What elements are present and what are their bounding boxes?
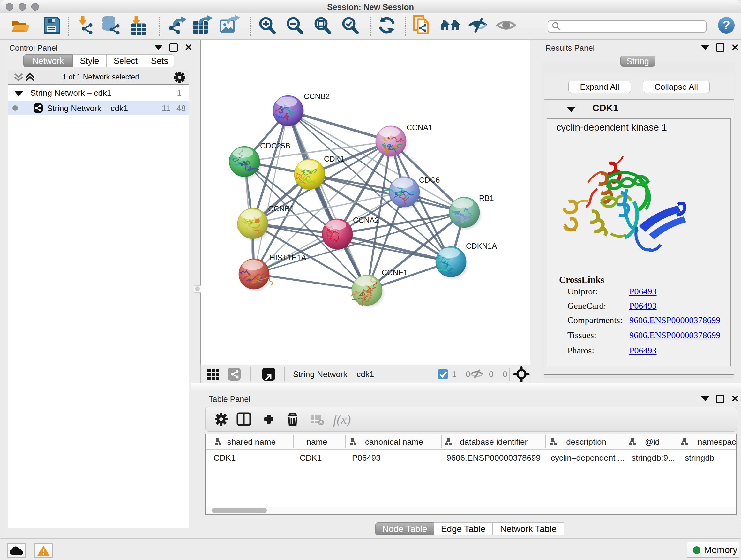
svg-text:CDKN1A: CDKN1A	[466, 242, 497, 250]
svg-text:description: description	[566, 437, 606, 447]
svg-text:RB1: RB1	[479, 194, 494, 202]
svg-text:database identifier: database identifier	[460, 437, 528, 447]
svg-text:CCNA1: CCNA1	[407, 123, 432, 132]
svg-text:CDC25B: CDC25B	[260, 141, 290, 150]
svg-text:canonical name: canonical name	[365, 437, 423, 447]
svg-text:HIST1H1A: HIST1H1A	[270, 253, 307, 262]
svg-text:shared name: shared name	[227, 437, 276, 447]
svg-text:CDK1: CDK1	[324, 154, 344, 163]
svg-text:1 – 0: 1 – 0	[452, 369, 470, 379]
svg-text:CCNE1: CCNE1	[382, 268, 408, 277]
svg-text:CDK1: CDK1	[300, 453, 322, 462]
svg-text:@id: @id	[645, 437, 660, 447]
svg-text:stringdb:9...: stringdb:9...	[631, 453, 675, 462]
svg-text:f(x): f(x)	[333, 412, 351, 427]
svg-text:String Network – cdk1: String Network – cdk1	[293, 369, 374, 379]
svg-text:name: name	[307, 437, 327, 447]
svg-text:?: ?	[723, 18, 730, 32]
svg-text:stringdb: stringdb	[685, 453, 715, 462]
svg-text:cyclin–dependent ...: cyclin–dependent ...	[551, 453, 624, 462]
svg-text:P06493: P06493	[352, 453, 381, 462]
svg-text:CDC6: CDC6	[419, 176, 440, 184]
svg-text:namespac: namespac	[697, 437, 736, 447]
svg-text:9606.ENSP00000378699: 9606.ENSP00000378699	[447, 453, 541, 462]
svg-text:CCNB2: CCNB2	[304, 92, 330, 101]
svg-text:CDK1: CDK1	[213, 453, 235, 462]
svg-text:CCNA2: CCNA2	[353, 216, 379, 225]
svg-text:CCNB1: CCNB1	[268, 204, 294, 213]
svg-text:0 – 0: 0 – 0	[489, 369, 508, 379]
